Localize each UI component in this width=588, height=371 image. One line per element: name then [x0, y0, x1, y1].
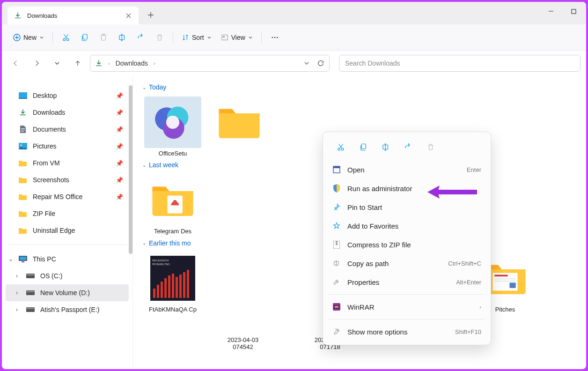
svg-rect-35 [153, 289, 155, 298]
sidebar-item-pictures[interactable]: Pictures 📌 [6, 138, 129, 155]
sidebar-label: Desktop [33, 92, 57, 99]
file-officesetup[interactable]: OfficeSetu [142, 95, 203, 159]
back-button[interactable] [7, 55, 24, 72]
svg-point-2 [63, 38, 66, 41]
tab-downloads[interactable]: Downloads [7, 7, 139, 24]
share-button[interactable] [132, 29, 149, 46]
sidebar-item-documents[interactable]: Documents 📌 [6, 121, 129, 138]
sidebar-item-drive-d[interactable]: › New Volume (D:) [6, 284, 129, 301]
ctx-open[interactable]: Open Enter [327, 160, 487, 179]
folder-icon [19, 209, 27, 218]
new-tab-button[interactable] [142, 7, 159, 23]
share-button[interactable] [398, 139, 419, 156]
download-icon [14, 12, 22, 19]
breadcrumb-item[interactable]: Downloads [116, 59, 148, 67]
sidebar-item-screenshots[interactable]: Screenshots 📌 [6, 171, 129, 188]
sidebar-item-drive-e[interactable]: › Atish's Passport (E:) [6, 301, 129, 318]
ctx-more[interactable]: Show more options Shift+F10 [327, 322, 487, 341]
sidebar-item-downloads[interactable]: Downloads 📌 [6, 104, 129, 121]
desktop-icon [19, 91, 27, 100]
chevron-right-icon[interactable]: › [16, 273, 22, 279]
rename-button[interactable] [114, 29, 131, 46]
svg-rect-38 [164, 278, 167, 298]
delete-button[interactable] [420, 139, 441, 156]
sidebar-label: ZIP File [33, 210, 55, 217]
svg-rect-75 [335, 306, 338, 308]
sidebar-item-drive-c[interactable]: › OS (C:) [6, 267, 129, 284]
sidebar-item-thispc[interactable]: ⌄ This PC [6, 251, 129, 267]
chevron-right-icon[interactable]: › [154, 60, 155, 66]
svg-rect-25 [27, 308, 34, 309]
svg-rect-4 [83, 34, 87, 39]
drive-icon [26, 272, 35, 280]
rename-button[interactable] [375, 139, 396, 156]
ctx-pin[interactable]: Pin to Start [327, 198, 487, 216]
address-field[interactable]: › Downloads › [90, 55, 330, 72]
ctx-copypath[interactable]: Copy as path Ctrl+Shift+C [327, 254, 487, 273]
chevron-right-icon[interactable]: › [16, 289, 22, 296]
file-telegram[interactable]: Telegram Des [142, 172, 203, 237]
svg-point-11 [274, 37, 275, 38]
copy-path-icon [332, 259, 341, 267]
svg-rect-13 [19, 92, 27, 98]
ctx-winrar[interactable]: WinRAR › [327, 297, 487, 316]
chevron-down-icon[interactable] [304, 60, 309, 66]
folder-icon [19, 193, 27, 201]
sidebar-item-fromvm[interactable]: From VM 📌 [6, 155, 129, 171]
file-folder[interactable] [209, 95, 270, 159]
paste-button[interactable] [95, 29, 112, 46]
copy-button[interactable] [353, 139, 374, 156]
file-chart[interactable]: RECESSIONPROBABILITIES FtAbKMNaQA Cp [142, 251, 203, 323]
search-input[interactable] [345, 59, 574, 67]
close-icon[interactable] [125, 12, 132, 19]
folder-icon [150, 183, 195, 217]
svg-point-12 [277, 37, 278, 38]
svg-rect-58 [494, 275, 507, 276]
forward-button[interactable] [28, 55, 45, 72]
sidebar: Desktop 📌 Downloads 📌 Documents 📌 Pictur… [2, 76, 133, 369]
explorer-window: Downloads New Sort [2, 2, 586, 369]
up-button[interactable] [69, 55, 86, 72]
sidebar-item-zip[interactable]: ZIP File [6, 205, 129, 222]
ctx-properties[interactable]: Properties Alt+Enter [327, 273, 487, 291]
pin-icon: 📌 [116, 177, 123, 184]
maximize-button[interactable] [563, 4, 584, 19]
cut-button[interactable] [331, 139, 351, 156]
chevron-right-icon[interactable]: › [16, 306, 22, 313]
thispc-icon [19, 255, 27, 263]
svg-rect-69 [336, 241, 338, 242]
recent-button[interactable] [49, 55, 66, 72]
sort-button[interactable]: Sort [178, 29, 215, 46]
sidebar-item-desktop[interactable]: Desktop 📌 [6, 87, 129, 104]
cut-button[interactable] [58, 29, 74, 46]
shield-icon [332, 184, 341, 193]
sidebar-label: Pictures [33, 142, 57, 150]
sidebar-item-uninstall[interactable]: Uninstall Edge [6, 222, 129, 239]
scrollbar[interactable] [129, 85, 132, 254]
more-button[interactable] [266, 29, 283, 46]
view-button[interactable]: View [217, 29, 257, 46]
winrar-icon [332, 303, 341, 311]
sidebar-label: Atish's Passport (E:) [40, 306, 99, 313]
pin-icon [332, 203, 341, 211]
sidebar-label: From VM [33, 159, 60, 167]
section-today[interactable]: ⌄Today [142, 83, 577, 91]
toolbar: New Sort View [2, 24, 586, 51]
sidebar-item-repair[interactable]: Repair MS Office 📌 [6, 188, 129, 205]
ctx-fav[interactable]: Add to Favorites [327, 216, 487, 235]
new-button[interactable]: New [9, 29, 48, 46]
pin-icon: 📌 [116, 143, 123, 150]
chevron-down-icon[interactable]: ⌄ [8, 256, 15, 262]
search-field[interactable] [339, 55, 581, 72]
refresh-button[interactable] [317, 59, 324, 67]
delete-button[interactable] [151, 29, 168, 46]
svg-rect-42 [179, 275, 182, 298]
ctx-zip[interactable]: Compress to ZIP file [327, 235, 487, 254]
ctx-runas[interactable]: Run as administrator [327, 179, 487, 198]
drive-icon [26, 289, 35, 297]
copy-button[interactable] [76, 29, 93, 46]
pin-icon: 📌 [116, 193, 123, 200]
chevron-right-icon[interactable]: › [108, 60, 110, 66]
minimize-button[interactable] [540, 4, 562, 19]
file-ts: 2023-04-03074542 [213, 336, 273, 350]
